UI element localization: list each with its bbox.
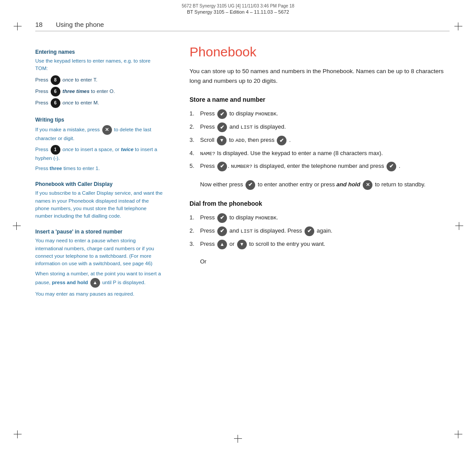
corner-mark-bl [13,430,22,439]
key-6-icon: 6 [51,87,60,96]
dial-step-2: 2. Press ✔ and LIST is displayed. Press … [190,226,450,236]
check-btn-d1: ✔ [217,213,227,223]
store-steps-list: 1. Press ✔ to display PHONEBK. 2. Press … [190,109,450,171]
store-step-1: 1. Press ✔ to display PHONEBK. [190,109,450,119]
pause-title: Insert a 'pause' in a stored number [35,229,163,235]
side-crosshair-right [455,222,464,230]
header-subtitle: BT Synergy 3105 – Edition 4 – 11.11.03 –… [0,9,476,15]
phonebook-title: Phonebook [190,44,450,59]
up-btn-d: ▲ [217,240,227,249]
header-top-line: 5672 BT Synergy 3105 UG [4] 11/11/03 3:4… [0,4,476,8]
entering-names-o: Press 6 three times to enter O. [35,87,163,96]
writing-tips-delete: If you make a mistake, press ✕ to delete… [35,125,163,142]
entering-names-intro: Use the keypad letters to enter names, e… [35,57,163,73]
sidebar-section-caller-display: Phonebook with Caller Display If you sub… [35,181,163,220]
pause-text-2: When storing a number, at the point you … [35,270,163,287]
check-btn-6: ✔ [245,180,255,190]
entering-names-title: Entering names [35,49,163,55]
pause-text-1: You may need to enter a pause when stori… [35,237,163,267]
page-header: 5672 BT Synergy 3105 UG [4] 11/11/03 3:4… [0,0,476,16]
up-arrow-icon: ▲ [90,278,100,288]
main-content: Entering names Use the keypad letters to… [0,31,476,324]
sidebar-section-writing-tips: Writing tips If you make a mistake, pres… [35,117,163,173]
caller-display-title: Phonebook with Caller Display [35,181,163,187]
left-sidebar: Entering names Use the keypad letters to… [35,40,176,307]
or-text: Or [190,258,450,265]
dial-step-3: 3. Press ▲ or ▼ to scroll to the entry y… [190,240,450,249]
check-btn-d3: ✔ [305,226,314,236]
key-6b-icon: 6 [51,98,60,108]
dial-step-1: 1. Press ✔ to display PHONEBK. [190,213,450,223]
phonebook-intro: You can store up to 50 names and numbers… [190,67,450,85]
side-crosshair-left [12,222,21,230]
delete-icon: ✕ [102,125,112,135]
right-content: Phonebook You can store up to 50 names a… [176,40,450,307]
caller-display-text: If you subscribe to a Caller Display ser… [35,189,163,220]
key-1-icon: 1 [51,145,60,155]
x-btn-note: ✕ [363,180,372,190]
down-btn-d: ▼ [237,240,247,249]
scroll-down-icon: ▼ [217,136,227,145]
store-section-heading: Store a name and number [190,96,450,103]
check-btn-d2: ✔ [217,226,227,236]
check-btn-3: ✔ [277,136,286,145]
sidebar-section-entering-names: Entering names Use the keypad letters to… [35,49,163,108]
entering-names-t: Press 8 once to enter T. [35,75,163,85]
writing-tips-space: Press 1 once to insert a space, or twice… [35,145,163,162]
chapter-header: 18 Using the phone [0,16,476,31]
dial-section-heading: Dial from the phonebook [190,200,450,207]
chapter-number: 18 [35,21,43,28]
check-btn-1: ✔ [217,109,227,119]
check-btn-4: ✔ [217,162,227,171]
store-note: Now either press ✔ to enter another entr… [190,180,450,190]
sidebar-section-pause: Insert a 'pause' in a stored number You … [35,229,163,298]
pause-text-3: You may enter as many pauses as required… [35,290,163,298]
corner-mark-br [454,430,463,439]
corner-mark-tl [13,22,22,31]
dial-steps-list: 1. Press ✔ to display PHONEBK. 2. Press … [190,213,450,249]
page-bottom-crosshair [234,434,242,443]
writing-tips-three: Press three times to enter 1. [35,165,163,172]
store-step-3: 3. Scroll ▼ to ADD, then press ✔ . [190,136,450,145]
chapter-title: Using the phone [56,21,104,28]
check-btn-2: ✔ [217,122,227,132]
store-step-4: 4. NAME? Is displayed. Use the keypad to… [190,149,450,158]
corner-mark-tr [454,22,463,31]
entering-names-m: Press 6 once to enter M. [35,98,163,108]
key-8-icon: 8 [51,75,60,85]
store-step-2: 2. Press ✔ and LIST is displayed. [190,122,450,132]
check-btn-5: ✔ [387,162,396,171]
store-step-5: 5. Press ✔. NUMBER? is displayed, enter … [190,162,450,171]
writing-tips-title: Writing tips [35,117,163,123]
